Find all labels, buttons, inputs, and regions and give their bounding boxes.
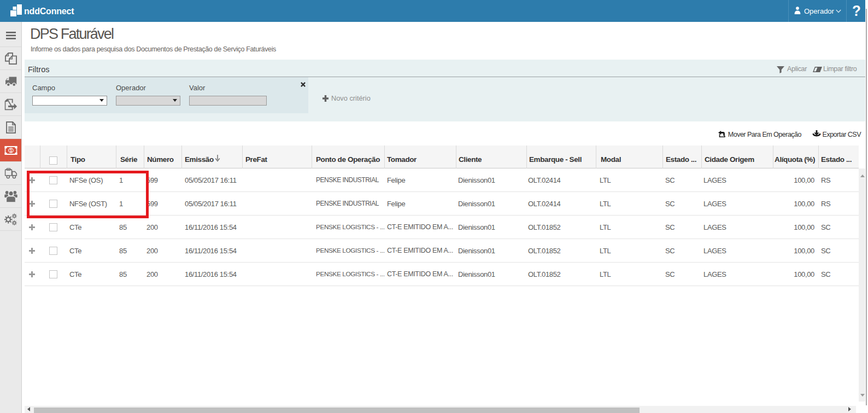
svg-text:1: 1 — [9, 148, 12, 153]
